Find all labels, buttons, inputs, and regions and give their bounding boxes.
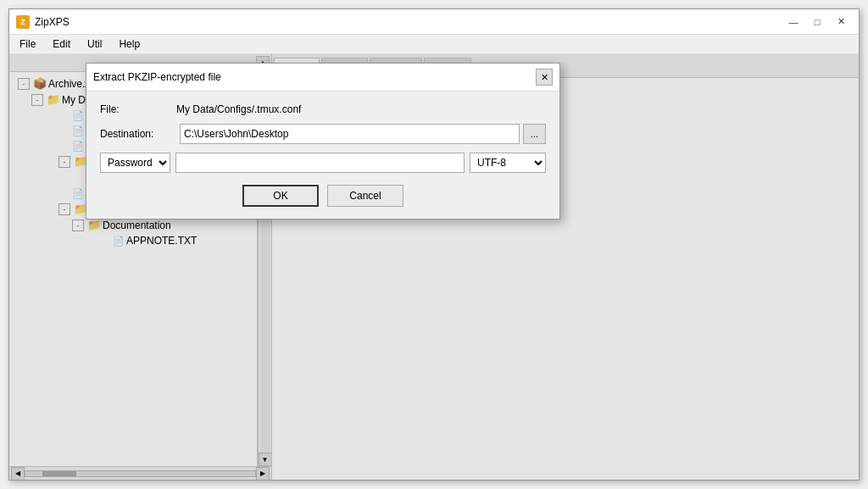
dialog-close-button[interactable]: ✕ — [536, 69, 553, 86]
dialog-file-row: File: My Data/Configs/.tmux.conf — [100, 103, 546, 115]
dialog-title-bar: Extract PKZIP-encrypted file ✕ — [86, 64, 559, 92]
app-icon: Z — [16, 15, 30, 29]
dialog-password-row: Password Key file UTF-8 UTF-16 ASCII Lat… — [100, 153, 546, 173]
window-title: ZipXPS — [35, 16, 70, 28]
menu-file[interactable]: File — [16, 36, 39, 52]
title-bar: Z ZipXPS — □ ✕ — [9, 9, 859, 35]
dialog-file-label: File: — [100, 103, 176, 115]
browse-button[interactable]: ... — [523, 124, 546, 144]
dialog-buttons: OK Cancel — [100, 185, 546, 207]
close-button[interactable]: ✕ — [830, 14, 852, 30]
encoding-select[interactable]: UTF-8 UTF-16 ASCII Latin-1 — [470, 153, 546, 173]
window-controls: — □ ✕ — [782, 14, 852, 30]
dialog-destination-label: Destination: — [100, 128, 176, 140]
dialog-overlay: Extract PKZIP-encrypted file ✕ File: My … — [9, 54, 859, 480]
menu-help[interactable]: Help — [115, 36, 143, 52]
dialog-title: Extract PKZIP-encrypted file — [93, 71, 221, 83]
cancel-button[interactable]: Cancel — [327, 185, 403, 207]
password-input[interactable] — [175, 153, 465, 173]
dialog-file-value: My Data/Configs/.tmux.conf — [176, 103, 301, 115]
title-bar-left: Z ZipXPS — [16, 15, 70, 29]
menu-util[interactable]: Util — [84, 36, 105, 52]
ok-button[interactable]: OK — [242, 185, 319, 207]
menu-bar: File Edit Util Help — [9, 35, 859, 54]
menu-edit[interactable]: Edit — [49, 36, 74, 52]
main-window: Z ZipXPS — □ ✕ File Edit Util Help ▲ — [8, 8, 860, 481]
main-content: ▲ - 📦 Archive.zip - 📁 — [9, 54, 859, 480]
minimize-button[interactable]: — — [782, 14, 804, 30]
dialog-body: File: My Data/Configs/.tmux.conf Destina… — [86, 92, 559, 219]
destination-input[interactable] — [180, 124, 520, 144]
extract-dialog: Extract PKZIP-encrypted file ✕ File: My … — [86, 63, 560, 219]
dialog-destination-row: Destination: ... — [100, 124, 546, 144]
maximize-button[interactable]: □ — [806, 14, 828, 30]
password-type-select[interactable]: Password Key file — [100, 153, 170, 173]
